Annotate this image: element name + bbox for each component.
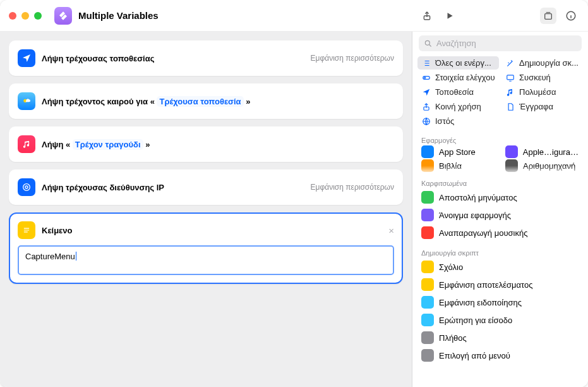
suffix-text: »: [143, 140, 150, 149]
svg-point-8: [424, 77, 426, 78]
editor-canvas[interactable]: Λήψη τρέχουσας τοποθεσίας Εμφάνιση περισ…: [0, 32, 412, 387]
action-label: Σχόλιο: [439, 262, 463, 272]
category-label: Ιστός: [435, 116, 454, 126]
text-icon: [18, 221, 35, 239]
window-close-button[interactable]: [9, 12, 16, 20]
action-icon: [421, 314, 434, 326]
text-value: CaptureMenu: [25, 252, 75, 261]
action-icon: [421, 296, 434, 309]
category-item[interactable]: Κοινή χρήση: [417, 100, 499, 113]
window-minimize-button[interactable]: [21, 12, 29, 20]
script-action[interactable]: Πλήθος: [417, 329, 583, 347]
category-item[interactable]: Στοιχεία ελέγχου: [417, 71, 499, 84]
nav-icon: [421, 88, 431, 97]
weather-icon: [18, 92, 35, 110]
action-title: Κείμενο: [42, 226, 72, 235]
action-get-ip[interactable]: Λήψη τρέχουσας διεύθυνσης IP Εμφάνιση πε…: [9, 169, 403, 205]
globe-icon: [421, 117, 431, 126]
info-button[interactable]: [563, 8, 579, 24]
script-action[interactable]: Ερώτηση για είσοδο: [417, 311, 583, 329]
action-text-selected[interactable]: Κείμενο × CaptureMenu: [9, 212, 403, 284]
category-item[interactable]: Τοποθεσία: [417, 85, 499, 99]
library-search[interactable]: [419, 35, 582, 51]
window-zoom-button[interactable]: [34, 12, 42, 20]
action-title: Λήψη τρέχουσας τοποθεσίας: [42, 54, 154, 63]
app-item[interactable]: Apple…igurator: [501, 145, 583, 158]
wand-icon: [505, 59, 515, 68]
action-get-current-location[interactable]: Λήψη τρέχουσας τοποθεσίας Εμφάνιση περισ…: [9, 40, 403, 76]
category-item[interactable]: Ιστός: [417, 114, 499, 128]
svg-rect-1: [545, 13, 552, 19]
variable-token[interactable]: Τρέχον τραγούδι: [73, 139, 143, 150]
search-input[interactable]: [436, 39, 577, 48]
suffix-text: »: [244, 97, 251, 106]
section-pinned-label: Καρφιτσωμένα: [412, 175, 588, 188]
category-item[interactable]: Δημιουργία σκ...: [501, 56, 583, 70]
pinned-action[interactable]: Αποστολή μηνύματος: [417, 188, 583, 206]
app-item[interactable]: Βιβλία: [417, 159, 499, 172]
script-action[interactable]: Εμφάνιση αποτελέσματος: [417, 276, 583, 293]
action-icon: [421, 145, 434, 158]
action-label: Επιλογή από μενού: [439, 351, 510, 360]
action-title: Λήψη « Τρέχον τραγούδι »: [42, 140, 150, 149]
run-button[interactable]: [441, 8, 458, 24]
display-icon: [505, 73, 515, 82]
search-icon: [424, 39, 433, 48]
close-icon[interactable]: ×: [388, 225, 394, 236]
action-title: Λήψη τρέχουσας διεύθυνσης IP: [42, 183, 164, 192]
shortcut-app-icon: [54, 7, 72, 25]
category-item[interactable]: Πολυμέσα: [501, 85, 583, 99]
action-icon: [421, 331, 434, 344]
category-label: Κοινή χρήση: [435, 102, 481, 111]
action-label: Αριθμομηχανή: [523, 161, 575, 171]
action-icon: [421, 349, 434, 362]
pinned-action[interactable]: Άνοιγμα εφαρμογής: [417, 206, 583, 224]
library-toggle-button[interactable]: [540, 8, 556, 24]
category-label: Τοποθεσία: [435, 87, 474, 97]
category-item[interactable]: Όλες οι ενέργ...: [417, 56, 499, 70]
svg-point-4: [25, 186, 28, 188]
action-label: App Store: [439, 147, 476, 157]
action-label: Εμφάνιση ειδοποίησης: [439, 298, 522, 307]
doc-icon: [505, 102, 515, 111]
action-icon: [421, 278, 434, 291]
action-icon: [421, 191, 434, 204]
text-input[interactable]: CaptureMenu: [18, 245, 394, 275]
action-get-weather[interactable]: Λήψη τρέχοντος καιρού για « Τρέχουσα τοπ…: [9, 83, 403, 119]
action-label: Ερώτηση για είσοδο: [439, 316, 512, 325]
prefix-text: Λήψη «: [42, 140, 73, 149]
action-label: Άνοιγμα εφαρμογής: [439, 211, 511, 220]
action-icon: [421, 261, 434, 273]
script-action[interactable]: Εμφάνιση ειδοποίησης: [417, 293, 583, 311]
app-item[interactable]: Αριθμομηχανή: [501, 159, 583, 172]
category-label: Συσκευή: [519, 73, 551, 82]
prefix-text: Λήψη τρέχοντος καιρού για «: [42, 97, 157, 106]
script-action[interactable]: Σχόλιο: [417, 258, 583, 276]
svg-point-6: [425, 40, 429, 45]
category-label: Πολυμέσα: [519, 87, 556, 97]
category-label: Έγγραφα: [519, 102, 553, 111]
list-icon: [421, 59, 431, 68]
category-item[interactable]: Έγγραφα: [501, 100, 583, 113]
toggle-icon: [421, 73, 431, 82]
show-more-link[interactable]: Εμφάνιση περισσότερων: [311, 183, 394, 192]
app-item[interactable]: App Store: [417, 145, 499, 158]
category-label: Όλες οι ενέργ...: [435, 58, 491, 68]
script-action[interactable]: Επιλογή από μενού: [417, 347, 583, 364]
category-label: Στοιχεία ελέγχου: [435, 73, 495, 82]
variable-token[interactable]: Τρέχουσα τοποθεσία: [157, 96, 243, 107]
action-get-current-song[interactable]: Λήψη « Τρέχον τραγούδι »: [9, 126, 403, 162]
share-button[interactable]: [419, 8, 435, 24]
svg-rect-9: [507, 75, 514, 79]
section-apps-label: Εφαρμογές: [412, 132, 588, 145]
show-more-link[interactable]: Εμφάνιση περισσότερων: [311, 54, 394, 63]
pinned-action[interactable]: Αναπαραγωγή μουσικής: [417, 224, 583, 242]
action-icon: [505, 145, 518, 158]
category-item[interactable]: Συσκευή: [501, 71, 583, 84]
action-icon: [421, 209, 434, 221]
music-icon: [18, 135, 35, 153]
category-label: Δημιουργία σκ...: [519, 58, 579, 68]
action-label: Πλήθος: [439, 333, 467, 343]
svg-point-5: [23, 184, 30, 191]
window-title: Multiple Variables: [78, 10, 412, 21]
